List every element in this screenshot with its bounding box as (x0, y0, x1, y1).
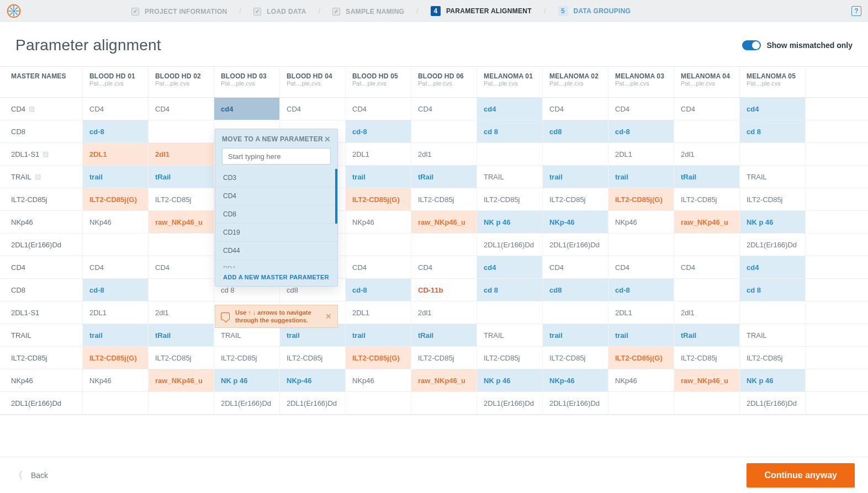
alignment-cell[interactable]: cd4 (740, 256, 806, 278)
alignment-cell[interactable]: ILT2-CD85j (543, 188, 608, 210)
alignment-cell[interactable]: CD4 (346, 98, 411, 120)
alignment-cell[interactable]: 2DL1(Er166)Dd (214, 392, 280, 414)
alignment-cell[interactable]: cd4 (214, 98, 280, 120)
alignment-cell[interactable]: raw_NKp46_u (674, 211, 740, 233)
alignment-cell[interactable] (543, 301, 608, 324)
alignment-cell[interactable]: NKp46 (83, 369, 149, 391)
stepper-step[interactable]: ✓LOAD DATA (253, 8, 306, 15)
alignment-cell[interactable] (346, 234, 411, 256)
popover-option[interactable]: PD1 (215, 260, 337, 268)
sample-column-header[interactable]: MELANOMA 05Pat…ple.cvs (740, 67, 806, 97)
master-name-cell[interactable]: 2DL1-S1 (0, 301, 83, 324)
alignment-cell[interactable]: tRail (674, 166, 740, 188)
master-name-cell[interactable]: 2DL1(Er166)Dd (0, 392, 83, 414)
alignment-cell[interactable]: trail (608, 166, 674, 188)
mismatched-toggle[interactable] (742, 40, 761, 50)
alignment-cell[interactable]: ILT2-CD85j(G) (83, 188, 149, 210)
alignment-cell[interactable]: trail (543, 166, 608, 188)
sample-column-header[interactable]: MELANOMA 04Pat…ple.cvs (674, 67, 740, 97)
alignment-cell[interactable]: ILT2-CD85j (411, 347, 477, 369)
alignment-cell[interactable]: ILT2-CD85j (543, 347, 608, 369)
alignment-cell[interactable]: 2DL1 (346, 301, 411, 324)
alignment-cell[interactable]: trail (83, 324, 149, 346)
alignment-cell[interactable] (477, 301, 543, 324)
alignment-cell[interactable]: NKp-46 (543, 211, 608, 233)
alignment-cell[interactable]: NK p 46 (740, 369, 806, 391)
popover-option[interactable]: CD19 (215, 224, 337, 242)
alignment-cell[interactable]: trail (543, 324, 608, 346)
alignment-cell[interactable]: NKp46 (346, 369, 411, 391)
alignment-cell[interactable]: CD4 (674, 256, 740, 278)
alignment-cell[interactable]: tRail (149, 324, 214, 346)
alignment-cell[interactable] (149, 120, 214, 142)
master-name-cell[interactable]: TRAIL▤ (0, 166, 83, 188)
alignment-cell[interactable]: 2dl1 (149, 301, 214, 324)
alignment-cell[interactable]: ILT2-CD85j (411, 188, 477, 210)
alignment-cell[interactable]: raw_NKp46_u (411, 211, 477, 233)
alignment-cell[interactable]: NKp-46 (543, 369, 608, 391)
alignment-cell[interactable]: CD4 (543, 256, 608, 278)
alignment-cell[interactable]: cd-8 (608, 279, 674, 301)
alignment-cell[interactable] (674, 234, 740, 256)
alignment-cell[interactable]: cd4 (740, 98, 806, 120)
alignment-cell[interactable]: 2DL1(Er166)Dd (543, 234, 608, 256)
alignment-cell[interactable]: CD4 (674, 98, 740, 120)
alignment-cell[interactable]: CD4 (411, 256, 477, 278)
alignment-cell[interactable]: NK p 46 (214, 369, 280, 391)
alignment-cell[interactable]: tRail (674, 324, 740, 346)
alignment-cell[interactable]: CD4 (411, 98, 477, 120)
alignment-cell[interactable]: ILT2-CD85j (740, 188, 806, 210)
alignment-cell[interactable] (674, 279, 740, 301)
alignment-cell[interactable]: NKp46 (346, 211, 411, 233)
alignment-cell[interactable] (674, 120, 740, 142)
alignment-cell[interactable]: cd-8 (346, 279, 411, 301)
master-name-cell[interactable]: 2DL1(Er166)Dd (0, 234, 83, 256)
alignment-cell[interactable] (149, 279, 214, 301)
alignment-cell[interactable]: raw_NKp46_u (149, 211, 214, 233)
master-name-cell[interactable]: CD4▤ (0, 98, 83, 120)
alignment-cell[interactable] (149, 392, 214, 414)
alignment-cell[interactable]: TRAIL (740, 324, 806, 346)
alignment-cell[interactable]: ILT2-CD85j (477, 188, 543, 210)
alignment-cell[interactable]: tRail (411, 324, 477, 346)
alignment-cell[interactable]: ILT2-CD85j (674, 188, 740, 210)
alignment-cell[interactable]: CD4 (83, 256, 149, 278)
popover-option[interactable]: CD44 (215, 242, 337, 260)
alignment-cell[interactable] (608, 392, 674, 414)
alignment-cell[interactable]: raw_NKp46_u (149, 369, 214, 391)
alignment-cell[interactable]: ILT2-CD85j (149, 347, 214, 369)
alignment-cell[interactable]: NKp46 (608, 369, 674, 391)
alignment-cell[interactable] (740, 143, 806, 165)
alignment-cell[interactable]: cd8 (543, 279, 608, 301)
alignment-cell[interactable]: cd8 (543, 120, 608, 142)
alignment-cell[interactable] (674, 392, 740, 414)
master-name-cell[interactable]: 2DL1-S1▤ (0, 143, 83, 165)
alignment-cell[interactable]: CD4 (608, 256, 674, 278)
popover-option[interactable]: CD8 (215, 205, 337, 224)
hint-close-icon[interactable]: ✕ (325, 312, 332, 321)
alignment-cell[interactable]: trail (346, 166, 411, 188)
alignment-cell[interactable]: 2DL1(Er166)Dd (280, 392, 346, 414)
continue-button[interactable]: Continue anyway (747, 463, 855, 487)
alignment-cell[interactable]: cd4 (477, 256, 543, 278)
help-icon[interactable]: ? (851, 6, 861, 16)
alignment-cell[interactable]: 2dl1 (149, 143, 214, 165)
alignment-cell[interactable]: CD4 (149, 256, 214, 278)
popover-option[interactable]: CD4 (215, 187, 337, 205)
alignment-cell[interactable]: cd 8 (740, 120, 806, 142)
alignment-cell[interactable]: 2DL1(Er166)Dd (477, 234, 543, 256)
back-button[interactable]: 〈 Back (13, 469, 48, 482)
alignment-cell[interactable]: tRail (149, 166, 214, 188)
alignment-cell[interactable] (477, 143, 543, 165)
alignment-cell[interactable] (608, 234, 674, 256)
alignment-cell[interactable]: CD4 (83, 98, 149, 120)
alignment-cell[interactable]: NKp46 (608, 211, 674, 233)
alignment-cell[interactable]: ILT2-CD85j (740, 347, 806, 369)
alignment-cell[interactable]: 2DL1 (346, 143, 411, 165)
alignment-cell[interactable]: 2dl1 (411, 143, 477, 165)
alignment-cell[interactable]: trail (346, 324, 411, 346)
sample-column-header[interactable]: MELANOMA 02Pat…ple.cvs (543, 67, 608, 97)
alignment-cell[interactable]: cd-8 (346, 120, 411, 142)
master-name-cell[interactable]: NKp46 (0, 369, 83, 391)
alignment-cell[interactable]: tRail (411, 166, 477, 188)
